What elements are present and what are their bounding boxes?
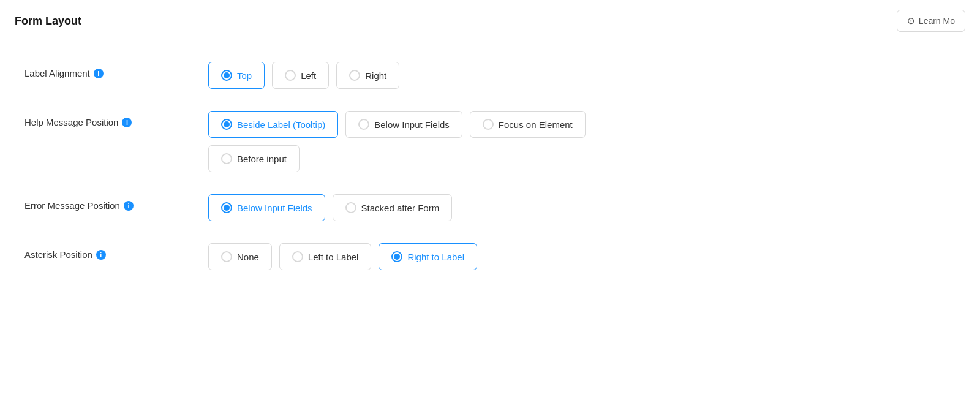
asterisk-options: None Left to Label Right to Label [208, 243, 956, 270]
radio-circle-below-err [221, 202, 232, 213]
radio-top[interactable]: Top [208, 62, 265, 89]
radio-right-label: Right [365, 70, 386, 81]
asterisk-position-row: Asterisk Position i None Left to Label R… [24, 243, 956, 270]
radio-circle-left [285, 70, 296, 81]
radio-circle-focus [483, 119, 494, 130]
label-alignment-row: Label Alignment i Top Left Right [24, 62, 956, 89]
help-message-options: Beside Label (Tooltip) Below Input Field… [208, 111, 956, 172]
radio-below-input-help-label: Below Input Fields [374, 119, 450, 130]
radio-circle-beside [221, 119, 232, 130]
header: Form Layout ⊙ Learn Mo [0, 0, 980, 42]
content-area: Label Alignment i Top Left Right [0, 42, 980, 312]
radio-circle-none [221, 251, 232, 262]
radio-none[interactable]: None [208, 243, 272, 270]
radio-below-input-help[interactable]: Below Input Fields [345, 111, 462, 138]
page-container: Form Layout ⊙ Learn Mo Label Alignment i… [0, 0, 980, 397]
radio-focus-label: Focus on Element [499, 119, 573, 130]
learn-more-button[interactable]: ⊙ Learn Mo [897, 10, 965, 32]
page-title: Form Layout [15, 15, 81, 28]
radio-stacked-after[interactable]: Stacked after Form [333, 194, 453, 221]
radio-stacked-label: Stacked after Form [361, 203, 440, 213]
radio-beside-label[interactable]: Beside Label (Tooltip) [208, 111, 338, 138]
error-message-info-icon[interactable]: i [124, 201, 134, 211]
asterisk-info-icon[interactable]: i [96, 250, 106, 260]
help-message-info-icon[interactable]: i [122, 118, 132, 127]
radio-dot-beside [224, 121, 230, 127]
label-alignment-label: Label Alignment i [24, 62, 208, 78]
radio-left-to-label-text: Left to Label [308, 252, 359, 262]
radio-right[interactable]: Right [336, 62, 399, 89]
radio-top-label: Top [237, 70, 252, 81]
radio-dot-top [224, 72, 230, 78]
radio-below-err-label: Below Input Fields [237, 203, 312, 213]
radio-below-input-err[interactable]: Below Input Fields [208, 194, 325, 221]
asterisk-label: Asterisk Position i [24, 243, 208, 260]
radio-circle-stacked [345, 202, 356, 213]
radio-circle-right [349, 70, 360, 81]
radio-circle-right-to-label [391, 251, 402, 262]
error-message-position-row: Error Message Position i Below Input Fie… [24, 194, 956, 221]
help-message-position-row: Help Message Position i Beside Label (To… [24, 111, 956, 172]
radio-left-label: Left [301, 70, 316, 81]
help-message-row2: Before input [208, 145, 956, 172]
label-alignment-info-icon[interactable]: i [94, 69, 104, 78]
help-message-label: Help Message Position i [24, 111, 208, 127]
label-alignment-options: Top Left Right [208, 62, 956, 89]
radio-circle-left-to-label [292, 251, 303, 262]
learn-more-label: Learn Mo [919, 16, 955, 26]
help-message-row1: Beside Label (Tooltip) Below Input Field… [208, 111, 956, 138]
radio-left-to-label[interactable]: Left to Label [279, 243, 372, 270]
radio-circle-before [221, 153, 232, 164]
error-message-label: Error Message Position i [24, 194, 208, 211]
radio-dot-right-to-label [394, 254, 400, 260]
radio-before-input[interactable]: Before input [208, 145, 300, 172]
radio-focus-element[interactable]: Focus on Element [470, 111, 586, 138]
radio-dot-below-err [224, 205, 230, 211]
radio-left[interactable]: Left [272, 62, 329, 89]
error-message-options: Below Input Fields Stacked after Form [208, 194, 956, 221]
radio-before-input-label: Before input [237, 154, 287, 164]
radio-circle-below-help [358, 119, 369, 130]
help-circle-icon: ⊙ [907, 15, 915, 26]
radio-right-to-label[interactable]: Right to Label [379, 243, 477, 270]
radio-none-label: None [237, 252, 259, 262]
radio-right-to-label-text: Right to Label [407, 252, 464, 262]
radio-circle-top [221, 70, 232, 81]
radio-beside-label-text: Beside Label (Tooltip) [237, 119, 325, 130]
